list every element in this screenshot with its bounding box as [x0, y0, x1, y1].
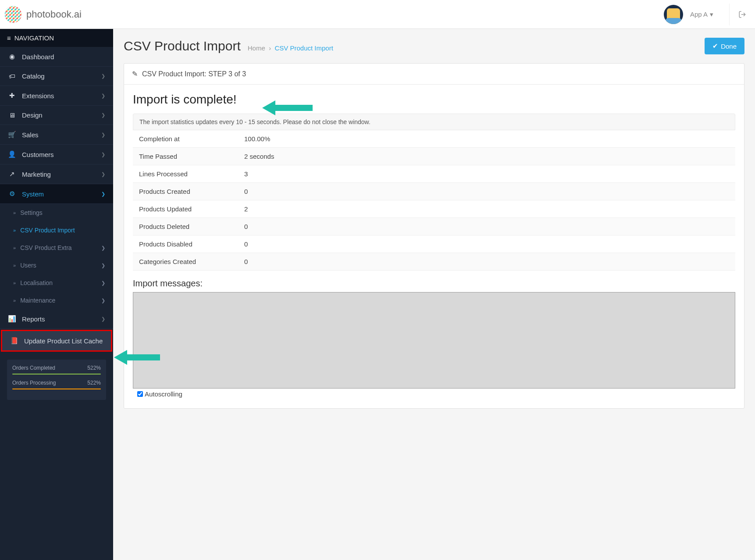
sidebar-item-customers[interactable]: 👤 Customers ❯ [0, 145, 113, 164]
pencil-icon: ✎ [132, 70, 138, 78]
gear-icon: ⚙ [8, 190, 16, 198]
caret-down-icon: ▾ [710, 11, 713, 18]
chevron-right-icon: ❯ [101, 93, 105, 99]
panel-header: ✎ CSV Product Import: STEP 3 of 3 [124, 64, 744, 85]
table-row: Completion at100.00% [133, 130, 735, 148]
sidebar-sub-settings[interactable]: » Settings [0, 204, 113, 221]
chevron-right-icon: ❯ [101, 298, 105, 303]
hamburger-icon: ≡ [7, 34, 11, 42]
done-button[interactable]: ✔ Done [705, 38, 744, 54]
sidebar-item-reports[interactable]: 📊 Reports ❯ [0, 309, 113, 329]
sidebar-sub-users[interactable]: » Users ❯ [0, 257, 113, 274]
autoscroll-checkbox[interactable] [137, 391, 143, 397]
table-row: Products Updated2 [133, 200, 735, 218]
info-banner: The import statistics updates every 10 -… [133, 114, 735, 130]
double-chevron-icon: » [13, 245, 16, 250]
double-chevron-icon: » [13, 228, 16, 233]
topbar: photobook.ai App A ▾ [0, 0, 755, 29]
nav-header: ≡ NAVIGATION [0, 29, 113, 47]
complete-heading: Import is complete! [133, 93, 735, 107]
double-chevron-icon: » [13, 298, 16, 303]
chevron-right-icon: ❯ [101, 245, 105, 251]
table-row: Time Passed2 seconds [133, 148, 735, 165]
chevron-right-icon: ❯ [101, 171, 105, 177]
sidebar-item-catalog[interactable]: 🏷 Catalog ❯ [0, 67, 113, 86]
puzzle-icon: ✚ [8, 92, 16, 100]
page-title: CSV Product Import [124, 39, 241, 54]
logout-icon[interactable] [729, 4, 746, 25]
chevron-right-icon: ❯ [101, 152, 105, 157]
table-row: Products Deleted0 [133, 218, 735, 235]
sidebar-item-extensions[interactable]: ✚ Extensions ❯ [0, 86, 113, 106]
sidebar-sub-maintenance[interactable]: » Maintenance ❯ [0, 292, 113, 309]
chevron-right-icon: ❯ [101, 316, 105, 322]
chevron-right-icon: ❯ [101, 132, 105, 138]
chevron-right-icon: ❯ [101, 112, 105, 118]
breadcrumb: Home › CSV Product Import [248, 44, 333, 52]
svg-marker-1 [114, 350, 160, 365]
stat-row: Orders Processing 522% [12, 380, 101, 386]
breadcrumb-home[interactable]: Home [248, 44, 265, 52]
brand-text: photobook.ai [26, 9, 82, 20]
cart-icon: 🛒 [8, 131, 16, 139]
chevron-right-icon: ❯ [101, 280, 105, 286]
table-row: Products Created0 [133, 183, 735, 200]
svg-marker-0 [262, 100, 313, 115]
avatar[interactable] [664, 5, 683, 24]
book-icon: 📕 [10, 337, 18, 345]
sidebar-sub-csv-import[interactable]: » CSV Product Import [0, 221, 113, 239]
sidebar-item-sales[interactable]: 🛒 Sales ❯ [0, 125, 113, 145]
sidebar-sub-localisation[interactable]: » Localisation ❯ [0, 274, 113, 292]
chevron-right-icon: ❯ [101, 73, 105, 79]
user-dropdown[interactable]: App A ▾ [690, 11, 713, 18]
import-panel: ✎ CSV Product Import: STEP 3 of 3 Import… [124, 63, 744, 409]
sidebar-stats: Orders Completed 522% Orders Processing … [7, 360, 106, 400]
double-chevron-icon: » [13, 210, 16, 215]
chevron-right-icon: ❯ [101, 263, 105, 268]
dashboard-icon: ◉ [8, 53, 16, 61]
chevron-right-icon: ❯ [101, 191, 105, 197]
chart-icon: 📊 [8, 315, 16, 323]
breadcrumb-current[interactable]: CSV Product Import [274, 44, 333, 52]
desktop-icon: 🖥 [8, 111, 16, 119]
content: CSV Product Import Home › CSV Product Im… [113, 29, 755, 560]
stat-row: Orders Completed 522% [12, 365, 101, 371]
messages-box[interactable] [133, 292, 735, 389]
sidebar-item-design[interactable]: 🖥 Design ❯ [0, 106, 113, 125]
double-chevron-icon: » [13, 280, 16, 285]
brand-icon [4, 6, 22, 23]
arrow-annotation [114, 346, 162, 368]
table-row: Lines Processed3 [133, 165, 735, 183]
table-row: Categories Created0 [133, 253, 735, 271]
double-chevron-icon: » [13, 263, 16, 268]
sidebar-item-marketing[interactable]: ↗ Marketing ❯ [0, 164, 113, 184]
sidebar: ≡ NAVIGATION ◉ Dashboard 🏷 Catalog ❯ ✚ E… [0, 29, 113, 560]
autoscroll-label[interactable]: Autoscrolling [133, 390, 735, 398]
check-circle-icon: ✔ [712, 42, 718, 50]
share-icon: ↗ [8, 170, 16, 178]
arrow-annotation [262, 97, 315, 119]
table-row: Products Disabled0 [133, 235, 735, 253]
brand-logo[interactable]: photobook.ai [4, 6, 82, 23]
tag-icon: 🏷 [8, 72, 16, 80]
stats-table: Completion at100.00% Time Passed2 second… [133, 130, 735, 271]
user-icon: 👤 [8, 150, 16, 158]
sidebar-item-dashboard[interactable]: ◉ Dashboard [0, 47, 113, 67]
sidebar-item-update-cache[interactable]: 📕 Update Product List Cache [1, 330, 112, 352]
sidebar-item-system[interactable]: ⚙ System ❯ [0, 184, 113, 204]
messages-heading: Import messages: [133, 278, 735, 289]
user-name: App A [690, 11, 708, 18]
sidebar-sub-csv-extra[interactable]: » CSV Product Extra ❯ [0, 239, 113, 257]
